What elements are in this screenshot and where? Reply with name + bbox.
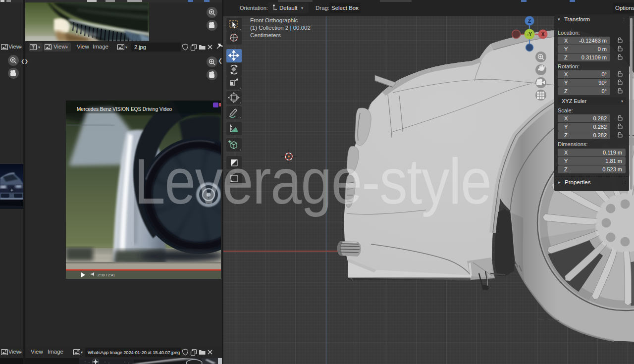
svg-text:2:30 / 2:41: 2:30 / 2:41 [98,273,115,277]
svg-text:Z: Z [528,18,531,24]
svg-text:Mercedes Benz VISION EQS Dri: Mercedes Benz VISION EQS Driving Video [77,106,172,112]
svg-text:X: X [541,32,545,37]
svg-text:-Y: -Y [527,32,532,37]
